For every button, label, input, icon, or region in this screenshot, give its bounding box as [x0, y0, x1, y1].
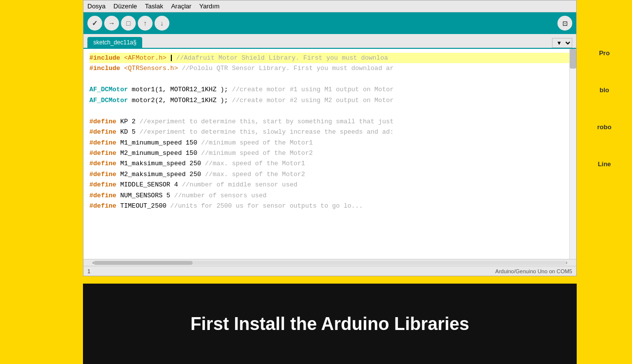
- side-label-robo: robo: [597, 123, 612, 131]
- keyword-include-2: #include: [89, 65, 120, 72]
- menu-bar: Dosya Düzenle Taslak Araçlar Yardım: [83, 0, 576, 12]
- code-line-14: #define NUM_SENSORS 5 //number of sensor…: [89, 190, 570, 201]
- code-line-9: #define M1_minumum_speed 150 //minimum s…: [89, 138, 570, 148]
- code-line-4: AF_DCMotor motor1(1, MOTOR12_1KHZ ); //c…: [89, 84, 570, 95]
- code-line-8: #define KD 5 //experiment to determine t…: [89, 127, 570, 137]
- cursor-1: [171, 55, 172, 61]
- menu-duzenle[interactable]: Düzenle: [114, 2, 137, 10]
- arduino-ide-window: Dosya Düzenle Taslak Araçlar Yardım ✓ → …: [83, 0, 577, 276]
- hscroll-track: [94, 261, 565, 265]
- side-label-blo: blo: [599, 86, 609, 94]
- code-content: #include <AFMotor.h> //Adafruit Motor Sh…: [83, 49, 576, 216]
- code-line-7: #define KP 2 //experiment to determine t…: [89, 116, 570, 127]
- code-line-5: AF_DCMotor motor2(2, MOTOR12_1KHZ ); //c…: [89, 95, 570, 106]
- caption-text: First Install the Arduino Libraries: [191, 314, 470, 334]
- tab-label: sketch_dec11a§: [93, 39, 136, 46]
- keyword-include-1: #include: [89, 54, 120, 62]
- type-afdcmotor-1: AF_DCMotor: [89, 86, 128, 93]
- line-number-bar: 1 Arduino/Genuino Uno on COM5: [83, 266, 576, 276]
- menu-dosya[interactable]: Dosya: [87, 2, 106, 10]
- sketch-tab[interactable]: sketch_dec11a§: [87, 37, 142, 48]
- horizontal-scrollbar[interactable]: ‹ ›: [83, 259, 576, 266]
- comment-2: //Pololu QTR Sensor Library. First you m…: [182, 65, 394, 72]
- save-button[interactable]: ↓: [155, 16, 169, 31]
- open-button[interactable]: ↑: [138, 16, 153, 31]
- side-labels: Pro blo robo Line: [577, 49, 632, 168]
- menu-araclar[interactable]: Araçlar: [171, 2, 191, 10]
- side-label-pro: Pro: [599, 49, 610, 57]
- code-line-12: #define M2_maksimum_speed 250 //max. spe…: [89, 169, 570, 180]
- lib-afmotor: <AFMotor.h>: [124, 54, 166, 62]
- new-button[interactable]: □: [121, 16, 136, 31]
- vertical-scrollbar[interactable]: [569, 49, 576, 259]
- line-number: 1: [87, 268, 90, 274]
- tab-dropdown[interactable]: ▼: [552, 38, 572, 48]
- menu-taslak[interactable]: Taslak: [145, 2, 163, 10]
- code-area[interactable]: #include <AFMotor.h> //Adafruit Motor Sh…: [83, 49, 576, 259]
- hscroll-thumb[interactable]: [94, 261, 193, 265]
- code-line-1: #include <AFMotor.h> //Adafruit Motor Sh…: [89, 53, 570, 63]
- code-line-6: [89, 106, 570, 116]
- scroll-right-arrow[interactable]: ›: [566, 260, 567, 265]
- code-line-11: #define M1_maksimum_speed 250 //max. spe…: [89, 158, 570, 169]
- verify-button[interactable]: ✓: [87, 16, 102, 31]
- type-afdcmotor-2: AF_DCMotor: [89, 97, 128, 104]
- menu-yardim[interactable]: Yardım: [199, 2, 220, 10]
- comment-1: //Adafruit Motor Shield Library. First y…: [176, 54, 388, 62]
- caption-area: First Install the Arduino Libraries: [83, 284, 577, 364]
- code-line-2: #include <QTRSensors.h> //Pololu QTR Sen…: [89, 63, 570, 73]
- upload-button[interactable]: →: [104, 16, 119, 31]
- side-label-line: Line: [598, 160, 611, 168]
- code-line-3: [89, 74, 570, 84]
- code-line-13: #define MIDDLE_SENSOR 4 //number of midd…: [89, 180, 570, 190]
- serial-monitor-button[interactable]: ⊡: [557, 16, 572, 31]
- scrollbar-thumb[interactable]: [570, 49, 576, 69]
- toolbar: ✓ → □ ↑ ↓ ⊡: [83, 12, 576, 34]
- code-line-10: #define M2_minumum_speed 150 //minimum s…: [89, 148, 570, 158]
- lib-qtrsensors: <QTRSensors.h>: [124, 65, 178, 72]
- outer-background: Dosya Düzenle Taslak Araçlar Yardım ✓ → …: [0, 0, 632, 364]
- code-line-15: #define TIMEOUT_2500 //units for 2500 us…: [89, 201, 570, 211]
- tab-bar: sketch_dec11a§ ▼: [83, 34, 576, 49]
